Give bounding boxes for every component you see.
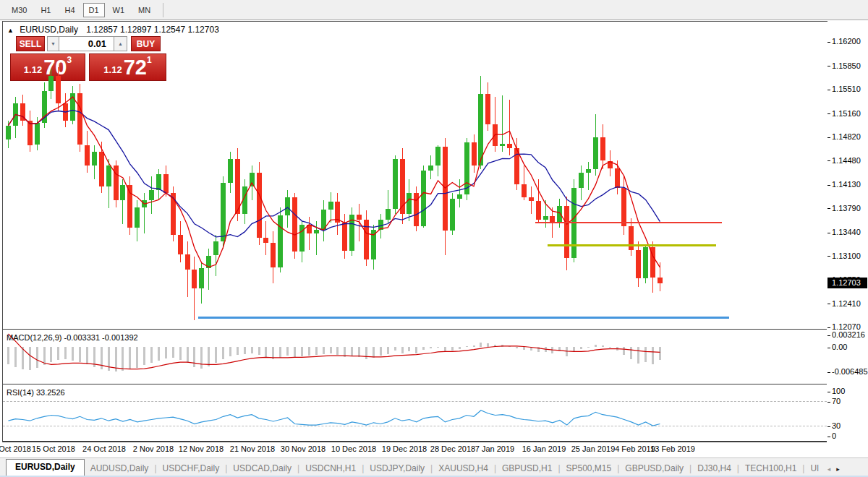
axis-tick — [827, 137, 830, 138]
axis-tick-text: 1.16200 — [832, 37, 861, 46]
axis-tick-text: 1.12410 — [832, 299, 861, 308]
timeframe-button-d1[interactable]: D1 — [83, 3, 105, 17]
indicator-line — [9, 110, 660, 236]
macd-axis-label: -0.006485 — [827, 367, 868, 377]
horizontal-line-object[interactable] — [198, 317, 729, 319]
moving-averages-svg — [3, 22, 827, 329]
axis-tick — [827, 256, 830, 257]
axis-tick-text: 100 — [832, 387, 845, 395]
date-tick-label: 4 Feb 2019 — [615, 444, 655, 453]
date-tick-label: 10 Dec 2018 — [331, 444, 376, 453]
price-axis-label: 1.14820 — [827, 132, 868, 142]
date-tick-label: 2 Nov 2018 — [133, 444, 174, 453]
price-axis[interactable]: 1.12703 1.162001.158501.155101.151601.14… — [827, 21, 868, 442]
horizontal-line-object[interactable] — [535, 222, 722, 223]
axis-tick-text: 0 — [832, 431, 836, 440]
macd-axis-label: 0.003216 — [827, 330, 868, 340]
price-chart-pane[interactable]: ▲ EURUSD,Daily 1.12857 1.12897 1.12547 1… — [3, 22, 827, 329]
price-axis-label: 1.14130 — [827, 180, 868, 189]
horizontal-line-object[interactable] — [548, 244, 716, 246]
timeframe-button-h1[interactable]: H1 — [35, 3, 56, 17]
macd-label: MACD(12,26,9) -0.003331 -0.001392 — [7, 333, 138, 342]
price-axis-label: 1.15510 — [827, 85, 868, 94]
price-axis-label: 1.13440 — [827, 228, 868, 237]
date-tick-label: 25 Jan 2019 — [571, 444, 616, 453]
axis-tick — [827, 392, 830, 392]
axis-tick-text: 1.14480 — [832, 156, 861, 165]
price-axis-label: 1.15850 — [827, 61, 868, 71]
axis-tick — [827, 42, 830, 43]
date-tick-label: 13 Feb 2019 — [650, 444, 695, 453]
chart-tab-usdcad-daily[interactable]: USDCAD,Daily — [227, 461, 297, 476]
axis-tick-text: 1.15510 — [832, 85, 861, 93]
date-tick-label: 30 Nov 2018 — [281, 444, 326, 453]
timeframe-button-m30[interactable]: M30 — [6, 3, 33, 17]
chart-tab-eurusd-daily[interactable]: EURUSD,Daily — [6, 459, 85, 476]
rsi-axis-label: 100 — [827, 387, 868, 396]
date-axis[interactable]: 5 Oct 201815 Oct 201824 Oct 20182 Nov 20… — [0, 442, 868, 457]
timeframe-toolbar: M30H1H4D1W1MN — [0, 0, 868, 20]
axis-tick-text: 70 — [832, 397, 841, 405]
macd-axis-label: 0.00 — [827, 343, 868, 352]
axis-tick — [827, 327, 830, 328]
date-tick-label: 19 Dec 2018 — [382, 444, 427, 453]
axis-tick-text: 0.003216 — [832, 330, 865, 339]
axis-tick-text: 30 — [832, 421, 841, 430]
date-tick-label: 12 Nov 2018 — [179, 444, 224, 453]
axis-tick — [827, 348, 830, 348]
price-axis-label: 1.13100 — [827, 252, 868, 261]
axis-tick — [827, 426, 830, 427]
axis-tick-text: 1.14820 — [832, 132, 861, 141]
axis-tick — [827, 437, 830, 437]
timeframe-button-mn[interactable]: MN — [132, 3, 156, 17]
chart-tab-gbpusd-daily[interactable]: GBPUSD,Daily — [619, 461, 689, 476]
axis-tick-text: 1.14130 — [832, 180, 861, 189]
chart-tab-usdjpy-daily[interactable]: USDJPY,Daily — [364, 461, 430, 476]
chart-tab-xauusd-h4[interactable]: XAUUSD,H4 — [433, 461, 494, 476]
axis-tick — [827, 233, 830, 233]
indicator-line — [9, 97, 660, 267]
axis-tick — [827, 304, 830, 304]
price-axis-label: 1.14480 — [827, 156, 868, 166]
axis-tick — [827, 160, 830, 161]
chart-tab-tech100-h1[interactable]: TECH100,H1 — [739, 461, 802, 476]
tabs-scroll-right-icon[interactable]: ▸ — [833, 463, 843, 476]
date-tick-label: 24 Oct 2018 — [82, 444, 126, 453]
price-axis-label: 1.15160 — [827, 109, 868, 119]
date-tick-label: 7 Jan 2019 — [475, 444, 514, 453]
timeframe-button-h4[interactable]: H4 — [59, 3, 80, 17]
date-tick-label: 15 Oct 2018 — [32, 444, 75, 453]
axis-tick-text: 0.00 — [832, 343, 847, 351]
axis-tick-text: 1.15850 — [832, 61, 861, 70]
axis-tick-text: 1.15160 — [832, 109, 861, 118]
chart-tab-gbpusd-h1[interactable]: GBPUSD,H1 — [496, 461, 558, 476]
chart-tab-ul[interactable]: Ul — [804, 461, 824, 476]
date-tick-label: 5 Oct 2018 — [0, 444, 31, 453]
axis-tick — [827, 66, 830, 66]
chart-tab-usdchf-daily[interactable]: USDCHF,Daily — [157, 461, 226, 476]
price-axis-label: 1.12410 — [827, 299, 868, 309]
axis-tick — [827, 402, 830, 403]
axis-tick-text: -0.006485 — [832, 367, 868, 376]
axis-tick — [827, 113, 830, 114]
chart-tab-sp500-m15[interactable]: SP500,M15 — [561, 461, 618, 476]
price-axis-label: 1.13790 — [827, 204, 868, 213]
chart-tab-usdcnh-h1[interactable]: USDCNH,H1 — [299, 461, 362, 476]
date-tick-label: 28 Dec 2018 — [430, 444, 475, 453]
rsi-axis-label: 70 — [827, 397, 868, 406]
axis-tick-text: 1.13100 — [832, 252, 861, 260]
macd-indicator-pane[interactable]: MACD(12,26,9) -0.003331 -0.001392 — [3, 331, 827, 384]
rsi-indicator-pane[interactable]: RSI(14) 33.2526 — [3, 386, 827, 441]
axis-tick — [827, 335, 830, 336]
chart-tab-audusd-daily[interactable]: AUDUSD,Daily — [85, 461, 155, 476]
chart-plot-area[interactable]: ▲ EURUSD,Daily 1.12857 1.12897 1.12547 1… — [2, 21, 829, 444]
chart-tabs-bar: EURUSD,DailyAUDUSD,Daily|USDCHF,Daily|US… — [0, 457, 868, 476]
timeframe-button-w1[interactable]: W1 — [107, 3, 131, 17]
axis-tick — [827, 185, 830, 186]
axis-tick-text: 1.13440 — [832, 228, 861, 236]
tabs-scroll-left-icon[interactable]: ◂ — [825, 463, 834, 476]
trading-platform-window: M30H1H4D1W1MN ▲ EURUSD,Daily 1.12857 1.1… — [0, 0, 868, 477]
axis-tick — [827, 372, 830, 373]
chart-tab-dj30-h4[interactable]: DJ30,H4 — [692, 461, 737, 476]
axis-tick — [827, 208, 830, 209]
